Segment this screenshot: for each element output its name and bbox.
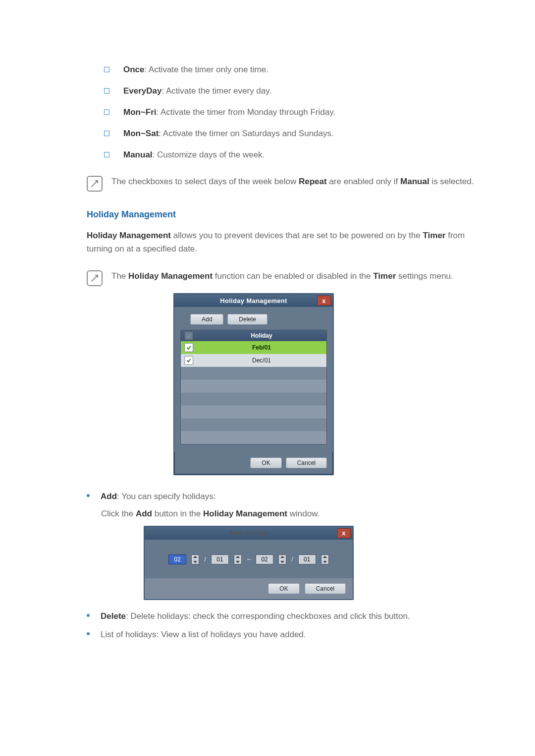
- bullet-text: Once: Activate the timer only one time.: [123, 64, 268, 76]
- table-row-empty: [181, 431, 326, 444]
- square-bullet-icon: [104, 109, 109, 115]
- spinner-icon[interactable]: [278, 554, 286, 564]
- spinner-icon[interactable]: [234, 554, 242, 564]
- cancel-button[interactable]: Cancel: [305, 583, 346, 594]
- holiday-table: Holiday Feb/01 Dec/01: [180, 330, 327, 445]
- note-icon: [87, 270, 103, 286]
- list-item: List of holidays: View a list of holiday…: [87, 628, 485, 641]
- square-bullet-icon: [104, 131, 109, 136]
- column-holiday: Holiday: [197, 332, 326, 339]
- holiday-cell: Dec/01: [197, 357, 326, 364]
- cancel-button[interactable]: Cancel: [286, 457, 327, 468]
- table-row-empty: [181, 418, 326, 431]
- table-row-empty: [181, 367, 326, 380]
- note-text: The Holiday Management function can be e…: [111, 270, 453, 282]
- ok-button[interactable]: OK: [268, 583, 299, 594]
- ok-button[interactable]: OK: [250, 457, 281, 468]
- list-item: Once: Activate the timer only one time.: [104, 64, 485, 76]
- note-icon: [87, 176, 103, 192]
- row-checkbox[interactable]: [184, 343, 193, 352]
- start-month-input[interactable]: 02: [168, 554, 186, 564]
- add-holiday-dialog: Add Holiday x 02 / 01 ~ 02 / 01: [144, 526, 354, 600]
- list-item: Add: You can specify holidays:: [87, 490, 485, 503]
- holiday-management-dialog: Holiday Management x Add Delete Hol: [173, 293, 334, 475]
- spinner-icon[interactable]: [191, 554, 199, 564]
- holiday-cell: Feb/01: [197, 344, 326, 351]
- dot-bullet-icon: [87, 614, 90, 617]
- header-checkbox[interactable]: [184, 331, 193, 340]
- list-item: Delete: Delete holidays: check the corre…: [87, 610, 485, 623]
- sub-paragraph: Click the Add button in the Holiday Mana…: [101, 509, 485, 519]
- list-item: Manual: Customize days of the week.: [104, 150, 485, 161]
- delete-button[interactable]: Delete: [227, 314, 268, 325]
- range-separator: ~: [247, 555, 251, 563]
- spinner-icon[interactable]: [321, 554, 329, 564]
- close-button[interactable]: x: [317, 296, 331, 305]
- row-checkbox[interactable]: [184, 356, 193, 365]
- table-row-empty: [181, 405, 326, 418]
- table-row[interactable]: Feb/01: [181, 341, 326, 354]
- square-bullet-icon: [104, 88, 109, 94]
- intro-paragraph: Holiday Management allows you to prevent…: [87, 229, 485, 255]
- bullet-text: Manual: Customize days of the week.: [123, 150, 265, 161]
- dialog-title: Holiday Management x: [174, 294, 333, 307]
- end-month-input[interactable]: 02: [256, 554, 273, 564]
- square-bullet-icon: [104, 152, 109, 157]
- bullet-text: EveryDay: Activate the timer every day.: [123, 86, 271, 97]
- slash-separator: /: [291, 555, 293, 563]
- note-row: The Holiday Management function can be e…: [87, 270, 485, 286]
- dialog-title: Add Holiday x: [145, 527, 353, 540]
- section-title: Holiday Management: [87, 209, 485, 220]
- list-item: Mon~Sat: Activate the timer on Saturdays…: [104, 128, 485, 140]
- slash-separator: /: [204, 555, 206, 563]
- start-day-input[interactable]: 01: [211, 554, 229, 564]
- list-item: Mon~Fri: Activate the timer from Monday …: [104, 107, 485, 118]
- add-button[interactable]: Add: [190, 314, 223, 325]
- dot-bullet-icon: [87, 632, 90, 635]
- table-row[interactable]: Dec/01: [181, 354, 326, 367]
- close-button[interactable]: x: [337, 528, 351, 538]
- bullet-text: Mon~Fri: Activate the timer from Monday …: [123, 107, 335, 118]
- date-range-row: 02 / 01 ~ 02 / 01: [145, 554, 353, 578]
- note-row: The checkboxes to select days of the wee…: [87, 176, 485, 192]
- note-text: The checkboxes to select days of the wee…: [111, 176, 474, 188]
- bullet-text: Mon~Sat: Activate the timer on Saturdays…: [123, 128, 334, 140]
- end-day-input[interactable]: 01: [298, 554, 316, 564]
- table-row-empty: [181, 380, 326, 393]
- square-bullet-icon: [104, 67, 109, 72]
- list-item: EveryDay: Activate the timer every day.: [104, 86, 485, 97]
- table-row-empty: [181, 393, 326, 405]
- dot-bullet-icon: [87, 494, 90, 497]
- table-header: Holiday: [181, 330, 326, 341]
